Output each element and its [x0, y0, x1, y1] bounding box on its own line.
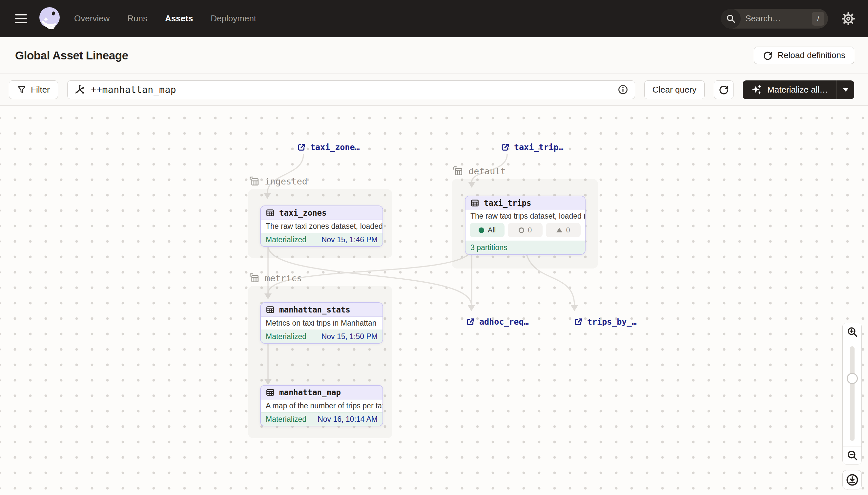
op-selection-icon	[74, 84, 85, 95]
info-icon[interactable]	[618, 84, 628, 95]
top-navigation-bar: Overview Runs Assets Deployment Search… …	[0, 0, 868, 37]
reload-icon	[763, 51, 773, 61]
asset-timestamp: Nov 16, 10:14 AM	[318, 415, 377, 424]
partition-status-row: All 0 0	[465, 222, 585, 241]
group-icon	[452, 165, 463, 177]
partition-badge-failed[interactable]: 0	[546, 223, 581, 237]
zoom-in-button[interactable]	[843, 323, 862, 341]
edge-taxi-zone-ext-to-taxi-zones	[267, 154, 303, 193]
nav-link-overview[interactable]: Overview	[74, 14, 110, 24]
external-link-icon	[297, 143, 306, 152]
zoom-slider-handle[interactable]	[847, 373, 858, 384]
dagster-logo[interactable]	[38, 6, 61, 31]
nav-link-runs[interactable]: Runs	[127, 14, 147, 24]
external-link-icon	[501, 143, 510, 152]
external-asset-label: taxi_zone…	[310, 142, 360, 152]
asset-name: taxi_trips	[484, 199, 531, 208]
search-icon	[721, 9, 741, 29]
asset-status: Materialized	[266, 415, 306, 424]
reload-definitions-label: Reload definitions	[777, 50, 845, 61]
lineage-edges	[0, 106, 868, 495]
download-image-button[interactable]	[843, 470, 862, 490]
zoom-in-icon	[847, 326, 858, 338]
group-icon	[248, 175, 260, 187]
asset-name: taxi_zones	[279, 208, 327, 218]
asset-name: manhattan_stats	[279, 305, 350, 314]
table-icon	[266, 388, 274, 397]
zoom-out-icon	[847, 450, 858, 461]
asset-node-taxi-trips[interactable]: taxi_trips The raw taxi trips dataset, l…	[465, 195, 586, 255]
group-label-default[interactable]: default	[452, 165, 506, 177]
table-icon	[471, 199, 479, 207]
reload-definitions-button[interactable]: Reload definitions	[754, 47, 854, 64]
materialize-all-label: Materialize all…	[767, 85, 828, 95]
external-link-icon	[466, 318, 475, 327]
zoom-slider-track[interactable]	[850, 346, 854, 441]
asset-status: Materialized	[266, 235, 306, 244]
external-asset-label: adhoc_req…	[479, 317, 529, 327]
nav-link-assets[interactable]: Assets	[165, 14, 193, 24]
group-name: ingested	[265, 176, 307, 186]
materialize-dropdown-button[interactable]	[836, 81, 854, 99]
search-placeholder: Search…	[745, 14, 781, 24]
filter-button[interactable]: Filter	[9, 81, 58, 99]
asset-timestamp: Nov 15, 1:50 PM	[321, 332, 377, 341]
menu-icon[interactable]	[15, 14, 27, 23]
external-asset-trips-by[interactable]: trips_by_…	[574, 317, 637, 327]
lineage-toolbar: Filter ++manhattan_map Clear query Mater…	[0, 74, 868, 106]
search-input[interactable]: Search… /	[721, 9, 828, 29]
refresh-button[interactable]	[714, 81, 733, 99]
group-name: metrics	[265, 273, 302, 283]
nav-link-deployment[interactable]: Deployment	[211, 14, 256, 24]
external-asset-adhoc-req[interactable]: adhoc_req…	[466, 317, 529, 327]
partition-badge-success[interactable]: All	[470, 223, 504, 237]
asset-description: The raw taxi trips dataset, loaded into …	[465, 210, 585, 222]
sparkles-icon	[751, 84, 762, 95]
asset-description: Metrics on taxi trips in Manhattan	[261, 317, 383, 329]
failed-triangle-icon	[556, 228, 562, 233]
refresh-icon	[719, 84, 729, 95]
partition-badge-label: 0	[528, 226, 532, 234]
page-header: Global Asset Lineage Reload definitions	[0, 37, 868, 74]
group-label-metrics[interactable]: metrics	[248, 272, 302, 284]
download-icon	[846, 473, 859, 487]
dagster-octopus-icon	[38, 6, 61, 30]
asset-node-manhattan-stats[interactable]: manhattan_stats Metrics on taxi trips in…	[260, 302, 383, 344]
external-asset-taxi-trip[interactable]: taxi_trip…	[501, 142, 564, 152]
success-dot-icon	[479, 227, 484, 233]
materialize-split-button: Materialize all…	[743, 81, 854, 99]
slash-shortcut-badge: /	[812, 12, 825, 25]
external-link-icon	[574, 318, 583, 327]
asset-node-manhattan-map[interactable]: manhattan_map A map of the number of tri…	[260, 385, 383, 426]
partition-badge-label: 0	[566, 226, 570, 234]
chevron-down-icon	[843, 88, 849, 91]
clear-query-button[interactable]: Clear query	[644, 81, 705, 99]
zoom-out-button[interactable]	[843, 446, 862, 464]
asset-selection-value: ++manhattan_map	[91, 84, 176, 95]
external-asset-taxi-zone[interactable]: taxi_zone…	[297, 142, 360, 152]
missing-circle-icon	[519, 227, 524, 233]
group-label-ingested[interactable]: ingested	[248, 175, 307, 187]
asset-description: The raw taxi zones dataset, loaded int..…	[261, 220, 383, 233]
asset-description: A map of the number of trips per taxi z.…	[261, 399, 383, 412]
asset-node-taxi-zones[interactable]: taxi_zones The raw taxi zones dataset, l…	[260, 205, 383, 247]
settings-gear-icon[interactable]	[842, 12, 855, 25]
materialize-all-button[interactable]: Materialize all…	[743, 81, 836, 99]
clear-query-label: Clear query	[653, 85, 696, 95]
partition-badge-label: All	[488, 226, 496, 234]
external-asset-label: taxi_trip…	[514, 142, 564, 152]
nav-links: Overview Runs Assets Deployment	[74, 14, 256, 24]
asset-lineage-canvas[interactable]: ingested default metrics taxi_zone… taxi…	[0, 106, 868, 495]
table-icon	[266, 305, 274, 314]
group-name: default	[468, 166, 506, 176]
asset-selection-input[interactable]: ++manhattan_map	[67, 81, 635, 99]
external-asset-label: trips_by_…	[587, 317, 637, 327]
filter-label: Filter	[31, 85, 50, 95]
partition-count: 3 partitions	[471, 243, 508, 252]
zoom-slider[interactable]	[843, 341, 862, 446]
asset-timestamp: Nov 15, 1:46 PM	[321, 235, 377, 244]
table-icon	[266, 208, 274, 217]
asset-status: Materialized	[266, 332, 306, 341]
page-title: Global Asset Lineage	[15, 49, 128, 62]
partition-badge-missing[interactable]: 0	[508, 223, 543, 237]
